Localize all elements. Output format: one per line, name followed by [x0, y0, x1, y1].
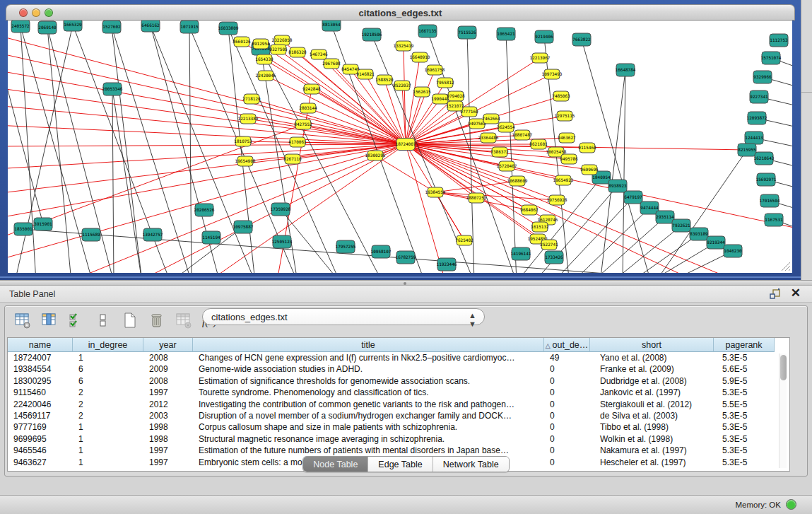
- graph-node-yellow[interactable]: 7462664: [482, 114, 500, 124]
- graph-node-yellow[interactable]: 19654923: [553, 175, 574, 185]
- graph-node-teal[interactable]: 9329966: [753, 71, 772, 83]
- graph-node-yellow[interactable]: 10807487: [512, 130, 533, 140]
- graph-node-yellow[interactable]: 10973493: [542, 69, 563, 79]
- graph-node-yellow[interactable]: 9327505: [269, 45, 288, 54]
- new-file-icon[interactable]: [122, 312, 139, 332]
- graph-node-yellow[interactable]: 8267110: [283, 154, 302, 164]
- citation-edge-red[interactable]: [435, 181, 517, 192]
- graph-node-teal[interactable]: 1046230: [724, 245, 742, 257]
- graph-node-yellow[interactable]: 23226058: [272, 35, 293, 45]
- graph-node-yellow[interactable]: 8660126: [233, 37, 251, 47]
- graph-node-yellow[interactable]: 9463627: [558, 133, 576, 143]
- citation-edge-black[interactable]: [47, 28, 114, 273]
- graph-node-teal[interactable]: 1071915: [180, 21, 199, 33]
- network-canvas[interactable]: 2405572206914016653291527602646616210719…: [8, 21, 792, 273]
- graph-node-teal[interactable]: 2069140: [38, 21, 57, 34]
- graph-node-yellow[interactable]: 8522037: [393, 81, 411, 90]
- graph-node-teal[interactable]: 10975887: [233, 221, 254, 233]
- graph-node-teal[interactable]: 9219344: [707, 236, 725, 249]
- citation-edge-black[interactable]: [623, 70, 625, 273]
- graph-node-teal[interactable]: 14196141: [511, 247, 531, 260]
- graph-node-yellow[interactable]: 16961758: [425, 65, 445, 75]
- graph-node-teal[interactable]: 17957255: [336, 240, 356, 253]
- graph-node-yellow[interactable]: 5467346: [310, 49, 328, 59]
- table-dropdown[interactable]: citations_edges.txt ▲▼: [202, 308, 485, 325]
- graph-node-yellow[interactable]: 15720407: [497, 161, 517, 171]
- citation-edge-red[interactable]: [406, 57, 420, 144]
- citation-edge-red[interactable]: [64, 144, 406, 273]
- graph-node-teal[interactable]: 16210643: [754, 152, 775, 165]
- resize-grip[interactable]: [779, 260, 791, 271]
- graph-node-teal[interactable]: 2935114: [656, 211, 674, 223]
- table-row[interactable]: 1830029562008Estimation of significance …: [8, 375, 775, 387]
- citation-edge-red[interactable]: [8, 144, 406, 169]
- graph-node-teal[interactable]: 1527602: [102, 21, 121, 33]
- table-row[interactable]: 1872400712008Changes of HCN gene express…: [8, 352, 775, 363]
- graph-node-yellow[interactable]: 1654339: [255, 54, 273, 64]
- tab-network-table[interactable]: Network Table: [433, 457, 509, 472]
- table-row[interactable]: 1456911722003Disruption of a novel membe…: [8, 410, 775, 421]
- graph-node-yellow[interactable]: 9794028: [447, 91, 465, 101]
- citation-edge-black[interactable]: [189, 27, 192, 273]
- graph-node-yellow[interactable]: 8186328: [288, 47, 307, 57]
- graph-node-yellow[interactable]: 19756928: [547, 195, 567, 205]
- graph-node-yellow[interactable]: 19654908: [235, 156, 256, 166]
- graph-node-yellow[interactable]: 7955812: [436, 78, 454, 88]
- graph-node-teal[interactable]: 13942757: [143, 228, 163, 241]
- citation-edge-red[interactable]: [8, 105, 406, 144]
- graph-node-yellow[interactable]: 8621601: [529, 139, 548, 149]
- graph-node-yellow[interactable]: 9146821: [356, 69, 375, 79]
- graph-node-teal[interactable]: 1145194: [202, 231, 220, 244]
- graph-node-yellow[interactable]: 19384554: [425, 187, 446, 197]
- graph-node-yellow[interactable]: 2522741: [540, 240, 558, 250]
- graph-node-yellow[interactable]: 18724007: [396, 139, 416, 151]
- citation-edge-black[interactable]: [47, 28, 71, 273]
- graph-node-yellow[interactable]: 2803144: [299, 103, 317, 113]
- citation-edge-red[interactable]: [8, 35, 406, 144]
- table-row[interactable]: 2242004622012Investigating the contribut…: [8, 399, 775, 410]
- citation-edge-red[interactable]: [8, 144, 406, 146]
- citation-edge-red[interactable]: [406, 135, 522, 144]
- graph-node-teal[interactable]: 9227341: [750, 90, 768, 103]
- graph-node-teal[interactable]: 1835001: [14, 223, 33, 235]
- graph-node-yellow[interactable]: 8427552: [294, 119, 312, 129]
- graph-node-yellow[interactable]: 9115460: [578, 143, 596, 153]
- panel-splitter[interactable]: [0, 280, 812, 286]
- graph-node-yellow[interactable]: 22420046: [256, 71, 276, 81]
- table-row[interactable]: 977716911998Corpus callosum shape and si…: [8, 421, 775, 433]
- table-row[interactable]: 911546021997Tourette syndrome. Phenomeno…: [8, 387, 775, 398]
- graph-node-yellow[interactable]: 1810753: [234, 136, 252, 146]
- tab-node-table[interactable]: Node Table: [303, 457, 368, 472]
- graph-node-teal[interactable]: 8215955: [738, 144, 756, 156]
- graph-node-teal[interactable]: 17359928: [271, 203, 291, 216]
- graph-node-yellow[interactable]: 13325419: [394, 41, 414, 51]
- scrollbar-thumb[interactable]: [780, 355, 787, 380]
- citation-edge-red[interactable]: [406, 144, 792, 229]
- graph-node-teal[interactable]: 1733426: [545, 251, 563, 264]
- close-icon[interactable]: ✕: [791, 287, 801, 300]
- graph-node-yellow[interactable]: 1562615: [413, 87, 431, 97]
- graph-node-yellow[interactable]: 23364486: [478, 133, 499, 143]
- vertical-scrollbar[interactable]: [779, 354, 787, 468]
- table-row[interactable]: 969969511998Structural magnetic resonanc…: [8, 433, 775, 445]
- graph-node-yellow[interactable]: 18807253: [466, 193, 487, 203]
- graph-node-teal[interactable]: 16782759: [396, 251, 416, 264]
- graph-node-yellow[interactable]: 4170061: [288, 137, 307, 147]
- column-header-out_degree[interactable]: △out_de…: [544, 338, 590, 352]
- graph-node-teal[interactable]: 11923446: [437, 258, 457, 271]
- citation-edge-black[interactable]: [20, 26, 36, 273]
- citation-network-graph[interactable]: 2405572206914016653291527602646616210719…: [8, 21, 792, 273]
- graph-node-teal[interactable]: 2405572: [11, 21, 30, 33]
- graph-node-teal[interactable]: 16648784: [616, 64, 636, 76]
- graph-node-yellow[interactable]: 2967608: [322, 59, 341, 69]
- graph-node-teal[interactable]: 8813054: [322, 21, 341, 31]
- show-columns-icon[interactable]: [41, 312, 58, 332]
- graph-node-teal[interactable]: 7663822: [572, 33, 591, 46]
- network-window-titlebar[interactable]: citations_edges.txt: [6, 4, 795, 21]
- graph-node-teal[interactable]: 16033809: [218, 22, 239, 35]
- graph-node-yellow[interactable]: 3624554: [497, 122, 515, 132]
- citation-edge-red[interactable]: [8, 144, 406, 194]
- table-settings-icon[interactable]: [14, 312, 31, 332]
- graph-node-teal[interactable]: 1167531: [765, 214, 783, 226]
- graph-node-yellow[interactable]: 1615132: [531, 222, 549, 232]
